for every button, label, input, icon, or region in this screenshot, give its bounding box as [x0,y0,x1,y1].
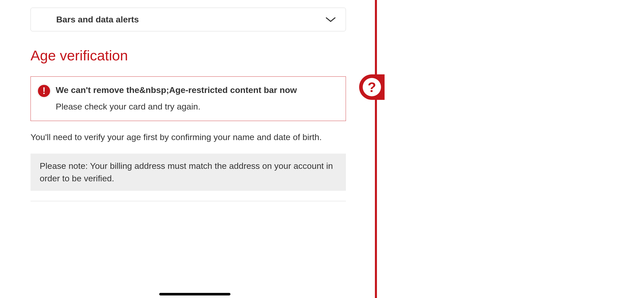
right-edge-accent-bar [375,0,377,298]
error-message: Please check your card and try again. [56,102,297,112]
accordion-title: Bars and data alerts [56,15,139,24]
help-icon: ? [363,78,381,96]
error-content: We can't remove the&nbsp;Age-restricted … [56,84,297,112]
instruction-text: You'll need to verify your age first by … [31,131,346,143]
error-icon: ! [38,85,50,97]
error-alert: ! We can't remove the&nbsp;Age-restricte… [31,76,346,121]
note-text: Please note: Your billing address must m… [40,160,337,185]
note-box: Please note: Your billing address must m… [31,154,346,191]
chevron-down-icon [326,17,335,22]
error-title: We can't remove the&nbsp;Age-restricted … [56,84,297,96]
help-button[interactable]: ? [359,74,385,100]
page-heading: Age verification [31,47,346,64]
home-indicator [159,293,230,295]
divider [31,201,346,201]
accordion-bars-data-alerts[interactable]: Bars and data alerts [31,8,346,31]
